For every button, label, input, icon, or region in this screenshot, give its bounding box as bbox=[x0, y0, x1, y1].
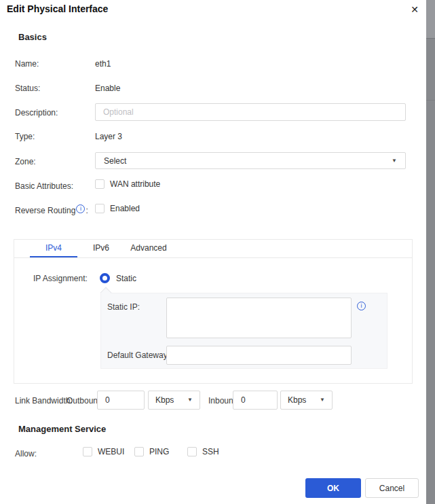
ok-button[interactable]: OK bbox=[305, 478, 361, 498]
ssh-option[interactable]: SSH bbox=[187, 447, 219, 456]
info-icon[interactable]: i bbox=[76, 204, 85, 213]
info-icon[interactable]: i bbox=[357, 302, 366, 310]
ip-tab-bar: IPv4 IPv6 Advanced bbox=[14, 240, 412, 258]
chevron-down-icon: ▼ bbox=[320, 397, 325, 403]
ip-settings-card: IPv4 IPv6 Advanced IP Assignment: Static… bbox=[14, 239, 413, 384]
basic-attributes-label: Basic Attributes: bbox=[15, 181, 73, 191]
inbound-unit-value: Kbps bbox=[288, 395, 306, 405]
reverse-routing-checkbox[interactable] bbox=[95, 204, 105, 213]
webui-label: WEBUI bbox=[98, 447, 124, 456]
ping-checkbox[interactable] bbox=[134, 447, 144, 456]
scrollbar-seam bbox=[426, 100, 435, 101]
webui-checkbox[interactable] bbox=[83, 447, 92, 456]
reverse-routing-label: Reverse Routingi: bbox=[15, 206, 88, 216]
management-service-heading: Management Service bbox=[18, 424, 106, 434]
link-bandwidth-label: Link Bandwidth: bbox=[15, 396, 73, 406]
name-value: eth1 bbox=[95, 59, 111, 69]
zone-select[interactable]: Select ▼ bbox=[95, 152, 406, 169]
close-icon[interactable]: ✕ bbox=[407, 2, 422, 17]
webui-option[interactable]: WEBUI bbox=[83, 447, 124, 456]
name-label: Name: bbox=[15, 59, 39, 69]
basics-section-heading: Basics bbox=[18, 32, 47, 42]
status-label: Status: bbox=[15, 84, 40, 93]
status-value: Enable bbox=[95, 84, 120, 93]
chevron-down-icon: ▼ bbox=[187, 397, 193, 403]
outbound-unit-select[interactable]: Kbps ▼ bbox=[148, 391, 200, 410]
zone-select-value: Select bbox=[104, 156, 126, 166]
description-label: Description: bbox=[15, 108, 58, 118]
type-value: Layer 3 bbox=[95, 132, 122, 141]
dialog-title: Edit Physical Interface bbox=[7, 3, 108, 14]
panel-pointer bbox=[100, 287, 112, 299]
static-ip-panel: Static IP: i Default Gateway: bbox=[100, 293, 387, 369]
ping-label: PING bbox=[149, 447, 169, 456]
reverse-routing-option[interactable]: Enabled bbox=[95, 204, 140, 213]
wan-attribute-option[interactable]: WAN attribute bbox=[95, 179, 160, 189]
outbound-input[interactable] bbox=[97, 391, 145, 410]
reverse-routing-option-label: Enabled bbox=[110, 204, 140, 213]
static-ip-label: Static IP: bbox=[107, 302, 140, 312]
allow-label: Allow: bbox=[15, 449, 37, 458]
scrollbar-track-top bbox=[426, 0, 435, 39]
tab-advanced[interactable]: Advanced bbox=[125, 240, 172, 257]
inbound-unit-select[interactable]: Kbps ▼ bbox=[280, 391, 333, 410]
wan-attribute-label: WAN attribute bbox=[110, 179, 160, 189]
cancel-button[interactable]: Cancel bbox=[365, 478, 419, 498]
static-radio-label: Static bbox=[116, 274, 136, 283]
ip-assignment-label: IP Assignment: bbox=[33, 274, 88, 283]
default-gateway-input[interactable] bbox=[166, 346, 352, 365]
zone-label: Zone: bbox=[15, 157, 36, 166]
ssh-checkbox[interactable] bbox=[187, 447, 197, 456]
type-label: Type: bbox=[15, 132, 35, 141]
tab-ipv6[interactable]: IPv6 bbox=[77, 240, 125, 257]
default-gateway-label: Default Gateway: bbox=[107, 350, 170, 360]
wan-attribute-checkbox[interactable] bbox=[95, 179, 105, 189]
ssh-label: SSH bbox=[202, 447, 219, 456]
static-radio[interactable] bbox=[100, 273, 110, 283]
ping-option[interactable]: PING bbox=[134, 447, 169, 456]
inbound-input[interactable] bbox=[233, 391, 278, 410]
scrollbar[interactable] bbox=[426, 0, 435, 504]
description-input[interactable] bbox=[95, 103, 406, 121]
static-ip-textarea[interactable] bbox=[166, 298, 352, 338]
chevron-down-icon: ▼ bbox=[392, 158, 397, 164]
outbound-unit-value: Kbps bbox=[155, 395, 174, 405]
tab-ipv4[interactable]: IPv4 bbox=[30, 240, 77, 257]
